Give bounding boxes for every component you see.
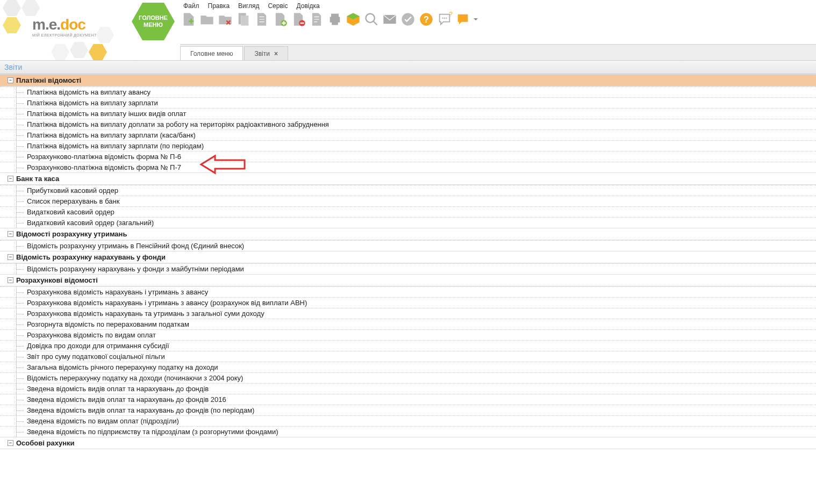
tree-children: Платіжна відомість на виплату авансуПлат… — [0, 87, 816, 172]
tree-item[interactable]: Платіжна відомість на виплату інших виді… — [0, 108, 816, 119]
tree-item[interactable]: Зведена відомість по видам оплат (підроз… — [0, 415, 816, 426]
tree-item[interactable]: Звіт про суму податкової соціальної піль… — [0, 351, 816, 362]
tree-item[interactable]: Платіжна відомість на виплату доплати за… — [0, 119, 816, 129]
toolbar-overflow-icon[interactable] — [473, 11, 479, 28]
report-tree: −Платіжні відомостіПлатіжна відомість на… — [0, 74, 816, 460]
logo-me: m.e. — [32, 16, 60, 33]
tree-item[interactable]: Зведена відомість видів оплат та нарахув… — [0, 405, 816, 415]
expand-toggle-icon[interactable]: − — [8, 77, 13, 83]
tree-group-bank[interactable]: −Банк та каса — [0, 172, 816, 185]
tree-item[interactable]: Розрахункова відомість по видам оплат — [0, 329, 816, 340]
tree-children: Розрахункова відомість нарахувань і утри… — [0, 286, 816, 437]
tree-group-withhold[interactable]: −Відомості розрахунку утримань — [0, 228, 816, 240]
logo: m.e.doc — [32, 16, 85, 33]
expand-toggle-icon[interactable]: − — [8, 277, 13, 283]
logo-subtitle: МІЙ ЕЛЕКТРОННИЙ ДОКУМЕНТ — [32, 33, 97, 37]
tree-item[interactable]: Розрахункова відомість нарахувань і утри… — [0, 286, 816, 297]
tab-reports-label: Звіти — [254, 50, 270, 57]
tree-item[interactable]: Відомість перерахунку податку на доходи … — [0, 372, 816, 383]
open-folder-icon[interactable] — [198, 11, 216, 28]
tree-item[interactable]: Розрахункова відомість нарахувань і утри… — [0, 297, 816, 308]
tree-group-calc[interactable]: −Розрахункові відомості — [0, 274, 816, 286]
tree-group-label: Відомість розрахунку нарахувань у фонди — [16, 253, 166, 261]
tree-item[interactable]: Відомість розрахунку утримань в Пенсійни… — [0, 240, 816, 251]
new-document-icon[interactable] — [180, 11, 197, 28]
logo-area: m.e.doc МІЙ ЕЛЕКТРОННИЙ ДОКУМЕНТ — [0, 0, 124, 60]
properties-icon[interactable] — [308, 11, 325, 28]
tree-item[interactable]: Прибутковий касовий ордер — [0, 185, 816, 196]
menu-view[interactable]: Вигляд — [235, 1, 262, 11]
expand-toggle-icon[interactable]: − — [8, 440, 13, 446]
tree-item[interactable]: Розрахунково-платіжна відомість форма № … — [0, 162, 816, 172]
tree-item[interactable]: Зведена відомість видів оплат та нарахув… — [0, 383, 816, 394]
logo-doc: doc — [60, 16, 85, 33]
delete-folder-icon[interactable] — [217, 11, 234, 28]
mail-icon[interactable] — [381, 11, 398, 28]
tree-children: Прибутковий касовий ордерСписок перераху… — [0, 185, 816, 228]
tree-item[interactable]: Зведена відомість по підприємству та під… — [0, 426, 816, 437]
main-menu-label: ГОЛОВНЕ МЕНЮ — [132, 15, 175, 28]
expand-toggle-icon[interactable]: − — [8, 231, 13, 237]
menu-file[interactable]: Файл — [180, 1, 203, 11]
tree-children: Відомість розрахунку утримань в Пенсійни… — [0, 240, 816, 251]
menu-edit[interactable]: Правка — [205, 1, 233, 11]
tree-item[interactable]: Платіжна відомість на виплату зарплати (… — [0, 140, 816, 151]
expand-toggle-icon[interactable]: − — [8, 254, 13, 260]
svg-point-7 — [444, 18, 445, 19]
menu-service[interactable]: Сервіс — [264, 1, 291, 11]
menubar: Файл Правка Вигляд Сервіс Довідка — [180, 1, 323, 11]
check-icon[interactable] — [399, 11, 417, 28]
tree-item[interactable]: Відомість розрахунку нарахувань у фонди … — [0, 263, 816, 274]
search-icon[interactable] — [363, 11, 380, 28]
toolbar: ? ? — [180, 11, 479, 28]
tabs-bar: Головне меню Звіти × — [180, 44, 816, 60]
expand-toggle-icon[interactable]: − — [8, 176, 13, 182]
tree-item[interactable]: Видатковий касовий ордер (загальний) — [0, 217, 816, 228]
tab-close-icon[interactable]: × — [274, 50, 278, 57]
svg-text:?: ? — [449, 12, 452, 17]
tree-item[interactable]: Загальна відомість річного перерахунку п… — [0, 362, 816, 372]
print-icon[interactable] — [326, 11, 343, 28]
tree-group-label: Банк та каса — [16, 175, 59, 183]
copy-icon[interactable] — [235, 11, 252, 28]
document-icon[interactable] — [253, 11, 270, 28]
section-title: Звіти — [0, 60, 816, 74]
tree-group-pay[interactable]: −Платіжні відомості — [0, 74, 816, 87]
tree-group-label: Відомості розрахунку утримань — [16, 230, 127, 238]
tree-children: Відомість розрахунку нарахувань у фонди … — [0, 263, 816, 274]
tree-group-label: Платіжні відомості — [16, 76, 81, 84]
tree-item[interactable]: Видатковий касовий ордер — [0, 206, 816, 217]
svg-text:?: ? — [424, 15, 429, 24]
tree-item[interactable]: Платіжна відомість на виплату авансу — [0, 87, 816, 97]
add-document-icon[interactable] — [271, 11, 289, 28]
tab-main-menu[interactable]: Головне меню — [180, 46, 243, 60]
tab-reports[interactable]: Звіти × — [244, 46, 288, 60]
notifications-icon[interactable] — [454, 11, 471, 28]
tree-item[interactable]: Платіжна відомість на виплату зарплати (… — [0, 129, 816, 140]
menu-help[interactable]: Довідка — [293, 1, 323, 11]
help-icon[interactable]: ? — [418, 11, 435, 28]
tree-item[interactable]: Платіжна відомість на виплату зарплати — [0, 97, 816, 108]
main-menu-button[interactable]: ГОЛОВНЕ МЕНЮ — [132, 3, 175, 40]
content: −Платіжні відомостіПлатіжна відомість на… — [0, 74, 816, 460]
svg-point-8 — [446, 18, 447, 19]
tree-item[interactable]: Зведена відомість видів оплат та нарахув… — [0, 394, 816, 405]
package-icon[interactable] — [345, 11, 362, 28]
chat-icon[interactable]: ? — [436, 11, 453, 28]
tree-group-personal[interactable]: −Особові рахунки — [0, 437, 816, 449]
tree-item[interactable]: Розгорнута відомість по перерахованим по… — [0, 319, 816, 329]
tree-group-accrual[interactable]: −Відомість розрахунку нарахувань у фонди — [0, 251, 816, 263]
tree-group-label: Особові рахунки — [16, 439, 75, 447]
header: m.e.doc МІЙ ЕЛЕКТРОННИЙ ДОКУМЕНТ ГОЛОВНЕ… — [0, 0, 816, 60]
tab-main-label: Головне меню — [190, 50, 233, 57]
svg-point-6 — [442, 18, 443, 19]
svg-point-2 — [366, 14, 375, 23]
tree-item[interactable]: Розрахункова відомість нарахувань та утр… — [0, 308, 816, 319]
tree-item[interactable]: Список перерахувань в банк — [0, 196, 816, 206]
remove-document-icon[interactable] — [290, 11, 307, 28]
tree-group-label: Розрахункові відомості — [16, 276, 98, 284]
tree-item[interactable]: Розрахунково-платіжна відомість форма № … — [0, 151, 816, 162]
tree-item[interactable]: Довідка про доходи для отримання субсиді… — [0, 340, 816, 351]
